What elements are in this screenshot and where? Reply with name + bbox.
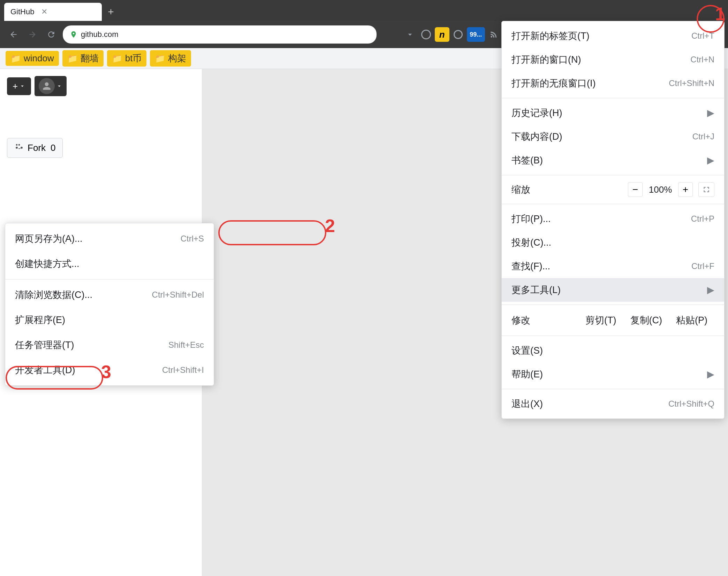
submenu-save-shortcut: Ctrl+S: [181, 234, 204, 244]
submenu-dev-tools[interactable]: 开发者工具(D) Ctrl+Shift+I: [5, 358, 214, 383]
menu-history[interactable]: 历史记录(H) ▶: [502, 101, 724, 125]
menu-sep-4: [502, 305, 724, 305]
menu-new-window-shortcut: Ctrl+N: [690, 55, 714, 64]
submenu-save-page[interactable]: 网页另存为(A)... Ctrl+S: [5, 226, 214, 251]
submenu-task-manager-shortcut: Shift+Esc: [168, 340, 204, 350]
extensions-icon-1[interactable]: [403, 27, 417, 42]
bookmark-gouzha[interactable]: 📁 构架: [150, 50, 191, 67]
menu-print-shortcut: Ctrl+P: [691, 214, 714, 224]
menu-new-window[interactable]: 打开新的窗口(N) Ctrl+N: [502, 48, 724, 71]
menu-quit[interactable]: 退出(X) Ctrl+Shift+Q: [502, 392, 724, 416]
submenu-task-manager[interactable]: 任务管理器(T) Shift+Esc: [5, 332, 214, 358]
copy-button[interactable]: 复制(C): [623, 311, 669, 329]
ext-circle-icon[interactable]: [451, 27, 465, 42]
menu-downloads-shortcut: Ctrl+J: [692, 132, 714, 141]
menu-sep-6: [502, 389, 724, 389]
menu-incognito[interactable]: 打开新的无痕窗口(I) Ctrl+Shift+N: [502, 71, 724, 95]
ext-badge-count: 99...: [470, 31, 482, 38]
menu-bookmarks-label: 书签(B): [511, 154, 543, 167]
zoom-increase-button[interactable]: +: [678, 182, 693, 197]
menu-new-tab-shortcut: Ctrl+T: [691, 31, 714, 41]
submenu-clear-data-shortcut: Ctrl+Shift+Del: [152, 290, 204, 300]
menu-sep-3: [502, 204, 724, 204]
menu-help[interactable]: 帮助(E) ▶: [502, 362, 724, 386]
menu-print-label: 打印(P)...: [511, 213, 551, 225]
submenu-extensions[interactable]: 扩展程序(E): [5, 307, 214, 332]
tab-close[interactable]: ✕: [41, 7, 47, 16]
user-avatar-dropdown[interactable]: [35, 76, 67, 96]
menu-downloads[interactable]: 下载内容(D) Ctrl+J: [502, 125, 724, 148]
menu-more-tools[interactable]: 更多工具(L) ▶: [502, 278, 724, 302]
submenu-create-shortcut[interactable]: 创建快捷方式...: [5, 251, 214, 276]
menu-find-shortcut: Ctrl+F: [691, 261, 714, 271]
menu-bookmarks[interactable]: 书签(B) ▶: [502, 148, 724, 172]
menu-settings[interactable]: 设置(S): [502, 339, 724, 362]
fullscreen-button[interactable]: [698, 182, 714, 197]
address-bar[interactable]: github.com: [63, 25, 377, 44]
new-tab-button[interactable]: +: [102, 3, 120, 21]
submenu-task-manager-label: 任务管理器(T): [15, 339, 74, 351]
submenu-dev-tools-shortcut: Ctrl+Shift+I: [162, 365, 204, 375]
fork-label: Fork: [28, 143, 46, 153]
menu-more-tools-label: 更多工具(L): [511, 284, 561, 296]
submenu-sep-1: [5, 279, 214, 279]
submenu-clear-data[interactable]: 清除浏览数据(C)... Ctrl+Shift+Del: [5, 282, 214, 307]
zoom-row: 缩放 − 100% +: [502, 178, 724, 201]
active-tab[interactable]: GitHub ✕: [4, 3, 102, 21]
ext-n-icon[interactable]: n: [435, 27, 449, 42]
menu-downloads-label: 下载内容(D): [511, 130, 562, 143]
menu-incognito-shortcut: Ctrl+Shift+N: [669, 78, 714, 88]
edit-row: 修改 剪切(T) 复制(C) 粘贴(P): [502, 308, 724, 333]
submenu-create-shortcut-label: 创建快捷方式...: [15, 258, 79, 270]
bookmark-fanqiang[interactable]: 📁 翻墙: [62, 50, 104, 67]
bookmark-btcoin[interactable]: 📁 bt币: [107, 50, 147, 67]
fork-button[interactable]: Fork 0: [7, 138, 63, 158]
submenu-clear-data-label: 清除浏览数据(C)...: [15, 289, 92, 301]
url-text: github.com: [81, 30, 119, 39]
annotation-oval-2: [218, 220, 326, 245]
menu-settings-label: 设置(S): [511, 344, 543, 357]
new-button[interactable]: +: [7, 77, 31, 95]
menu-new-tab-label: 打开新的标签页(T): [511, 30, 589, 42]
edit-label: 修改: [511, 314, 578, 327]
main-menu: 打开新的标签页(T) Ctrl+T 打开新的窗口(N) Ctrl+N 打开新的无…: [501, 21, 725, 419]
menu-new-window-label: 打开新的窗口(N): [511, 53, 581, 66]
menu-quit-label: 退出(X): [511, 398, 543, 410]
fork-count: 0: [51, 143, 55, 153]
cut-button[interactable]: 剪切(T): [578, 311, 623, 329]
zoom-decrease-button[interactable]: −: [628, 182, 643, 197]
ext-badge-icon[interactable]: 99...: [467, 27, 485, 42]
menu-sep-2: [502, 175, 724, 175]
forward-button[interactable]: [24, 26, 40, 43]
tab-title: GitHub: [10, 7, 34, 16]
zoom-label: 缩放: [511, 183, 622, 196]
ext-rss-icon[interactable]: [486, 27, 501, 42]
menu-find-label: 查找(F)...: [511, 260, 550, 272]
menu-incognito-label: 打开新的无痕窗口(I): [511, 77, 596, 90]
menu-print[interactable]: 打印(P)... Ctrl+P: [502, 207, 724, 231]
menu-cast[interactable]: 投射(C)...: [502, 231, 724, 254]
menu-help-label: 帮助(E): [511, 368, 543, 381]
submenu: 网页另存为(A)... Ctrl+S 创建快捷方式... 清除浏览数据(C)..…: [5, 223, 214, 386]
paste-button[interactable]: 粘贴(P): [669, 311, 714, 329]
refresh-button[interactable]: [43, 26, 59, 43]
menu-new-tab[interactable]: 打开新的标签页(T) Ctrl+T: [502, 24, 724, 48]
menu-find[interactable]: 查找(F)... Ctrl+F: [502, 254, 724, 278]
menu-sep-5: [502, 336, 724, 336]
submenu-dev-tools-label: 开发者工具(D): [15, 364, 75, 376]
submenu-extensions-label: 扩展程序(E): [15, 314, 65, 326]
zoom-value: 100%: [648, 184, 673, 195]
annotation-number-2: 2: [325, 215, 335, 236]
menu-quit-shortcut: Ctrl+Shift+Q: [668, 399, 714, 409]
menu-sep-1: [502, 98, 724, 98]
ext-atom-icon[interactable]: [419, 27, 433, 42]
menu-cast-label: 投射(C)...: [511, 236, 551, 249]
bookmark-window[interactable]: 📁 window: [6, 51, 59, 66]
menu-history-label: 历史记录(H): [511, 107, 562, 119]
submenu-save-label: 网页另存为(A)...: [15, 232, 83, 245]
back-button[interactable]: [6, 26, 22, 43]
